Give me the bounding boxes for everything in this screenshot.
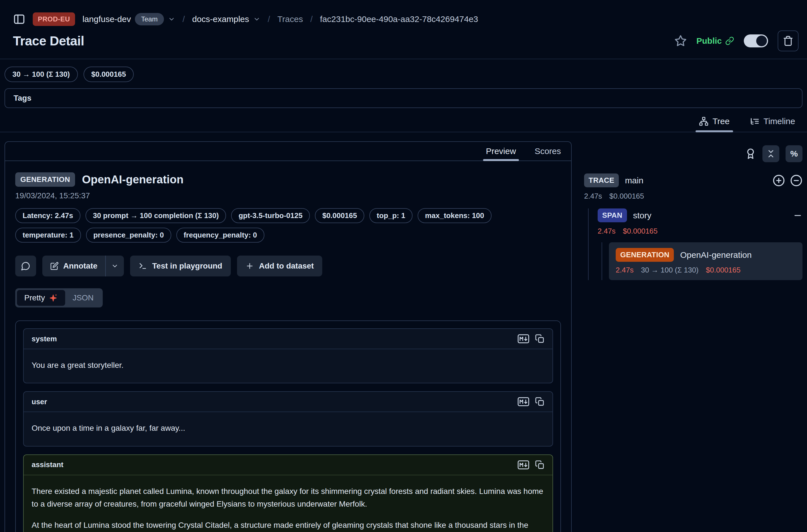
collapse-all-button[interactable]: [790, 174, 803, 187]
frequency-penalty-badge: frequency_penalty: 0: [176, 228, 264, 243]
message-content: Once upon a time in a galaxy far, far aw…: [24, 412, 552, 446]
annotate-button[interactable]: Annotate: [42, 255, 105, 277]
tree-row-trace[interactable]: TRACE main: [584, 173, 803, 187]
breadcrumb-project[interactable]: langfuse-dev: [82, 14, 131, 24]
tree-row-span[interactable]: SPAN story: [598, 208, 803, 222]
trash-icon: [783, 36, 793, 46]
page-header: Trace Detail Public: [0, 26, 807, 51]
messages-container: system: [15, 320, 561, 532]
trace-tree-panel: % TRACE main: [584, 141, 803, 532]
copy-button[interactable]: [535, 397, 545, 406]
assistant-paragraph: There existed a majestic planet called L…: [32, 485, 545, 511]
copy-button[interactable]: [535, 460, 545, 470]
expand-all-button[interactable]: [773, 174, 785, 187]
tab-scores[interactable]: Scores: [532, 142, 564, 160]
trace-detail-page: PROD-EU langfuse-dev Team / docs-example…: [0, 0, 807, 532]
bookmark-button[interactable]: [674, 35, 687, 47]
tab-preview[interactable]: Preview: [483, 142, 519, 160]
observation-title: OpenAI-generation: [82, 173, 183, 186]
breadcrumb-separator: /: [311, 14, 313, 24]
markdown-toggle-button[interactable]: [518, 334, 529, 344]
markdown-toggle-button[interactable]: [518, 397, 529, 406]
tree-icon: [699, 116, 709, 126]
format-toggle: Pretty JSON: [15, 288, 103, 307]
chevron-down-icon: [253, 16, 260, 23]
breadcrumb-trace-id: fac231bc-90ee-490a-aa32-78c4269474e3: [320, 14, 478, 24]
observation-card: Preview Scores GENERATION OpenAI-generat…: [4, 141, 572, 532]
link-icon: [725, 36, 734, 45]
trace-cost-badge: $0.000165: [83, 66, 134, 82]
trace-token-badge: 30 → 100 (Σ 130): [4, 66, 78, 82]
view-tabs: Tree Timeline: [0, 116, 807, 132]
span-name: story: [633, 211, 652, 220]
generation-type-badge: GENERATION: [616, 248, 674, 262]
breadcrumb-folder[interactable]: docs-examples: [192, 14, 249, 24]
trace-cost: $0.000165: [609, 192, 644, 201]
list-tree-icon: [750, 116, 759, 126]
public-label: Public: [696, 36, 722, 46]
sidebar-toggle-button[interactable]: [13, 13, 25, 25]
breadcrumb: PROD-EU langfuse-dev Team / docs-example…: [0, 0, 807, 26]
tags-label: Tags: [14, 94, 31, 103]
breadcrumb-traces-link[interactable]: Traces: [277, 14, 303, 24]
trace-metrics: 2.47s $0.000165: [584, 192, 803, 201]
test-in-playground-button[interactable]: Test in playground: [130, 255, 230, 277]
percent-icon: %: [790, 149, 798, 158]
comment-button[interactable]: [15, 255, 36, 277]
format-pretty-segment[interactable]: Pretty: [17, 290, 65, 306]
markdown-toggle-button[interactable]: [518, 460, 529, 470]
test-in-playground-label: Test in playground: [152, 262, 222, 270]
project-switcher-chevron[interactable]: [168, 16, 175, 23]
token-usage-badge: 30 prompt → 100 completion (Σ 130): [86, 208, 226, 223]
presence-penalty-badge: presence_penalty: 0: [86, 228, 171, 243]
tab-tree[interactable]: Tree: [696, 116, 733, 132]
annotate-dropdown-button[interactable]: [106, 255, 124, 277]
assistant-paragraph: At the heart of Lumina stood the towerin…: [32, 519, 545, 532]
sparkles-icon: [49, 293, 58, 302]
page-title: Trace Detail: [13, 33, 84, 49]
content-area: Preview Scores GENERATION OpenAI-generat…: [0, 132, 807, 532]
collapse-tree-button[interactable]: [763, 145, 780, 162]
span-children: GENERATION OpenAI-generation 2.47s 30 → …: [602, 242, 803, 280]
star-icon: [674, 35, 687, 47]
copy-icon: [535, 460, 545, 470]
minus-icon: [793, 211, 803, 220]
system-message: system: [23, 328, 553, 383]
show-metrics-button[interactable]: %: [786, 145, 803, 162]
public-link-button[interactable]: Public: [696, 36, 734, 46]
span-type-badge: SPAN: [598, 208, 627, 222]
public-toggle[interactable]: [744, 34, 768, 48]
message-header: user: [24, 392, 552, 412]
assistant-message: assistant: [23, 454, 553, 532]
action-bar: Annotate Test in playground: [15, 255, 561, 277]
max-tokens-badge: max_tokens: 100: [418, 208, 491, 223]
generation-metrics: 2.47s 30 → 100 (Σ 130) $0.000165: [616, 266, 796, 274]
generation-latency: 2.47s: [616, 266, 634, 274]
format-json-segment[interactable]: JSON: [65, 290, 101, 306]
tab-timeline[interactable]: Timeline: [747, 116, 799, 132]
temperature-badge: temperature: 1: [15, 228, 81, 243]
plus-icon: [245, 262, 254, 270]
add-to-dataset-button[interactable]: Add to dataset: [237, 255, 322, 277]
delete-trace-button[interactable]: [778, 31, 799, 51]
chevrons-down-up-icon: [766, 149, 776, 158]
annotate-label: Annotate: [63, 262, 97, 270]
team-badge: Team: [135, 13, 164, 25]
copy-button[interactable]: [535, 334, 545, 344]
panel-tabs: Preview Scores: [5, 142, 571, 161]
generation-cost: $0.000165: [706, 266, 741, 274]
markdown-icon: [518, 397, 529, 406]
collapse-span-button[interactable]: [793, 211, 803, 220]
annotations-button[interactable]: [745, 148, 756, 159]
folder-switcher-chevron[interactable]: [253, 16, 260, 23]
circle-minus-icon: [790, 174, 803, 187]
observation-timestamp: 19/03/2024, 15:25:37: [15, 191, 561, 200]
tree-row-generation-selected[interactable]: GENERATION OpenAI-generation 2.47s 30 → …: [609, 242, 803, 280]
message-content: You are a great storyteller.: [24, 349, 552, 383]
chevron-down-icon: [111, 262, 118, 270]
tree-toolbar: %: [584, 145, 803, 162]
copy-icon: [535, 397, 545, 406]
tags-input[interactable]: Tags: [4, 88, 803, 108]
user-message: user: [23, 391, 553, 446]
message-header: system: [24, 329, 552, 349]
